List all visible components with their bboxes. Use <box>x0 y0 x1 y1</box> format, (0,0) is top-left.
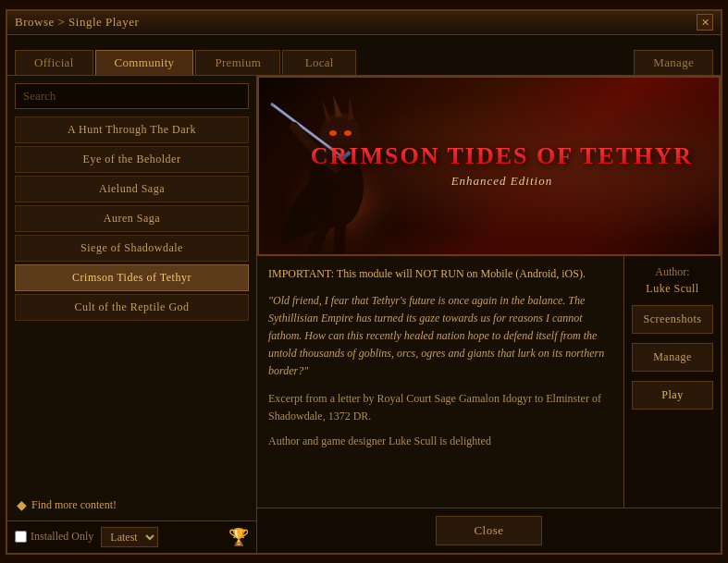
version-select[interactable]: Latest 1.0 2.0 <box>101 527 158 547</box>
warning-text: IMPORTANT: This module will NOT RUN on M… <box>268 265 612 283</box>
find-more-link[interactable]: ◆ Find more content! <box>7 490 256 520</box>
footer: Close <box>257 508 721 553</box>
diamond-icon: ◆ <box>17 497 27 513</box>
manage-button[interactable]: Manage <box>632 343 713 372</box>
tab-local[interactable]: Local <box>282 50 356 75</box>
tab-bar: Official Community Premium Local Manage <box>7 35 721 76</box>
bottom-bar: Installed Only Latest 1.0 2.0 🏆 <box>7 520 256 553</box>
tab-manage[interactable]: Manage <box>634 50 713 75</box>
author-section: Author: Luke Scull <box>632 265 713 296</box>
window-title: Browse > Single Player <box>15 15 139 30</box>
svg-point-6 <box>329 130 337 136</box>
main-content: A Hunt Through The Dark Eye of the Behol… <box>7 76 721 553</box>
module-item-beholder[interactable]: Eye of the Beholder <box>15 146 249 173</box>
window-close-button[interactable]: ✕ <box>697 14 713 31</box>
module-hero: Crimson Tides Of Tethyr Enhanced Edition <box>257 76 721 256</box>
content-area: IMPORTANT: This module will NOT RUN on M… <box>257 256 721 508</box>
hero-title-overlay: Crimson Tides Of Tethyr Enhanced Edition <box>311 143 693 189</box>
find-more-label: Find more content! <box>31 498 117 512</box>
hero-subtitle: Enhanced Edition <box>311 173 693 188</box>
left-panel: A Hunt Through The Dark Eye of the Behol… <box>7 76 257 553</box>
installed-only-checkbox[interactable] <box>15 531 27 543</box>
trophy-icon: 🏆 <box>228 527 249 547</box>
author-name: Luke Scull <box>632 282 713 296</box>
installed-only-label: Installed Only <box>31 530 93 544</box>
excerpt-text: Excerpt from a letter by Royal Court Sag… <box>268 390 612 425</box>
main-window: Browse > Single Player ✕ Official Commun… <box>6 9 722 555</box>
side-actions: Author: Luke Scull Screenshots Manage Pl… <box>623 256 721 508</box>
module-item-siege[interactable]: Siege of Shadowdale <box>15 235 249 262</box>
module-item-aielund[interactable]: Aielund Saga <box>15 176 249 202</box>
module-list: A Hunt Through The Dark Eye of the Behol… <box>7 116 256 490</box>
svg-marker-3 <box>322 99 331 122</box>
hero-main-title: Crimson Tides Of Tethyr <box>311 143 693 170</box>
screenshots-button[interactable]: Screenshots <box>632 305 713 334</box>
title-bar: Browse > Single Player ✕ <box>7 11 721 35</box>
quote-text: "Old friend, I fear that Tethyr's future… <box>268 292 612 381</box>
more-text: Author and game designer Luke Scull is d… <box>268 433 612 450</box>
right-panel: Crimson Tides Of Tethyr Enhanced Edition… <box>257 76 721 553</box>
description-panel: IMPORTANT: This module will NOT RUN on M… <box>257 256 623 508</box>
close-button[interactable]: Close <box>436 516 541 545</box>
svg-point-7 <box>344 130 352 136</box>
module-item-cult[interactable]: Cult of the Reptile God <box>15 294 249 321</box>
tab-premium[interactable]: Premium <box>195 50 280 75</box>
author-label: Author: <box>632 265 713 279</box>
svg-marker-5 <box>348 96 354 120</box>
module-item-hunt[interactable]: A Hunt Through The Dark <box>15 116 249 143</box>
tab-official[interactable]: Official <box>15 50 93 75</box>
tab-community[interactable]: Community <box>95 50 194 75</box>
module-item-auren[interactable]: Auren Saga <box>15 205 249 232</box>
play-button[interactable]: Play <box>632 381 713 410</box>
installed-only-checkbox-wrapper[interactable]: Installed Only <box>15 530 93 544</box>
search-input[interactable] <box>15 83 249 109</box>
module-item-crimson[interactable]: Crimson Tides of Tethyr <box>15 264 249 291</box>
